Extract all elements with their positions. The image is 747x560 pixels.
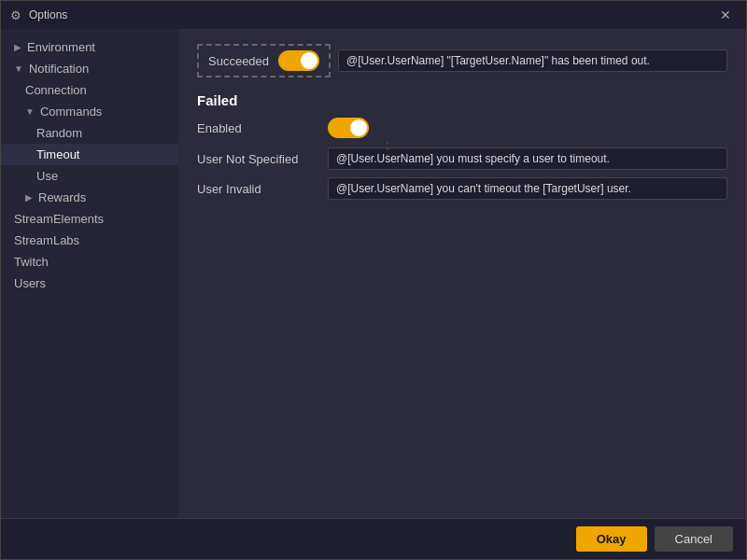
window-icon: ⚙ (10, 8, 23, 21)
sidebar-item-connection[interactable]: Connection (1, 79, 178, 101)
close-button[interactable]: ✕ (714, 6, 737, 24)
sidebar-label-connection: Connection (25, 83, 87, 97)
arrow-icon-commands: ▼ (25, 106, 35, 117)
dots-menu: ··· (379, 141, 396, 159)
main-content: ▶Environment▼NotificationConnection▼Comm… (1, 29, 746, 518)
sidebar-item-streamelements[interactable]: StreamElements (1, 208, 178, 230)
sidebar-item-users[interactable]: Users (1, 273, 178, 294)
footer: Okay Cancel (1, 518, 746, 559)
sidebar-label-use: Use (36, 169, 58, 183)
sidebar-label-timeout: Timeout (36, 147, 79, 161)
sidebar-label-twitch: Twitch (14, 255, 49, 269)
enabled-toggle[interactable] (328, 118, 369, 138)
failed-field-row-0: User Not Specified (197, 147, 727, 170)
arrow-icon-notification: ▼ (14, 63, 23, 74)
cancel-button[interactable]: Cancel (655, 526, 733, 552)
succeeded-message-input[interactable] (338, 49, 727, 72)
options-window: ⚙ Options ✕ ▶Environment▼NotificationCon… (0, 0, 747, 560)
failed-field-label-1: User Invalid (197, 182, 318, 196)
window-title: Options (29, 8, 714, 21)
failed-title: Failed (197, 92, 727, 108)
sidebar-item-environment[interactable]: ▶Environment (1, 36, 178, 58)
enabled-row: Enabled (197, 118, 727, 138)
sidebar-item-use[interactable]: Use (1, 165, 178, 187)
failed-fields-container: User Not SpecifiedUser Invalid (197, 147, 727, 200)
sidebar-item-notification[interactable]: ▼Notification (1, 58, 178, 79)
enabled-label: Enabled (197, 121, 318, 135)
sidebar-label-environment: Environment (27, 40, 95, 54)
sidebar-label-streamlabs: StreamLabs (14, 233, 79, 247)
sidebar-label-commands: Commands (40, 105, 102, 119)
content-area: Succeeded Failed Enabled (178, 29, 746, 518)
sidebar: ▶Environment▼NotificationConnection▼Comm… (1, 29, 178, 518)
sidebar-item-timeout[interactable]: Timeout (1, 144, 178, 165)
sidebar-label-random: Random (36, 126, 82, 140)
succeeded-toggle[interactable] (278, 50, 319, 71)
failed-field-row-1: User Invalid (197, 177, 727, 200)
failed-section: Failed Enabled User Not SpecifiedUser In… (197, 92, 727, 200)
sidebar-item-rewards[interactable]: ▶Rewards (1, 187, 178, 208)
arrow-icon-rewards: ▶ (25, 192, 33, 203)
succeeded-section: Succeeded (197, 44, 727, 77)
failed-field-label-0: User Not Specified (197, 152, 318, 166)
sidebar-label-streamelements: StreamElements (14, 212, 104, 226)
sidebar-item-commands[interactable]: ▼Commands (1, 101, 178, 122)
sidebar-item-random[interactable]: Random (1, 122, 178, 144)
sidebar-label-rewards: Rewards (38, 190, 86, 204)
arrow-icon-environment: ▶ (14, 42, 21, 52)
okay-button[interactable]: Okay (576, 526, 647, 552)
failed-field-input-1[interactable] (328, 177, 727, 200)
sidebar-item-streamlabs[interactable]: StreamLabs (1, 230, 178, 251)
title-bar: ⚙ Options ✕ (1, 1, 746, 29)
sidebar-label-users: Users (14, 276, 46, 290)
succeeded-label: Succeeded (208, 54, 269, 68)
sidebar-label-notification: Notification (29, 62, 89, 76)
sidebar-item-twitch[interactable]: Twitch (1, 251, 178, 273)
